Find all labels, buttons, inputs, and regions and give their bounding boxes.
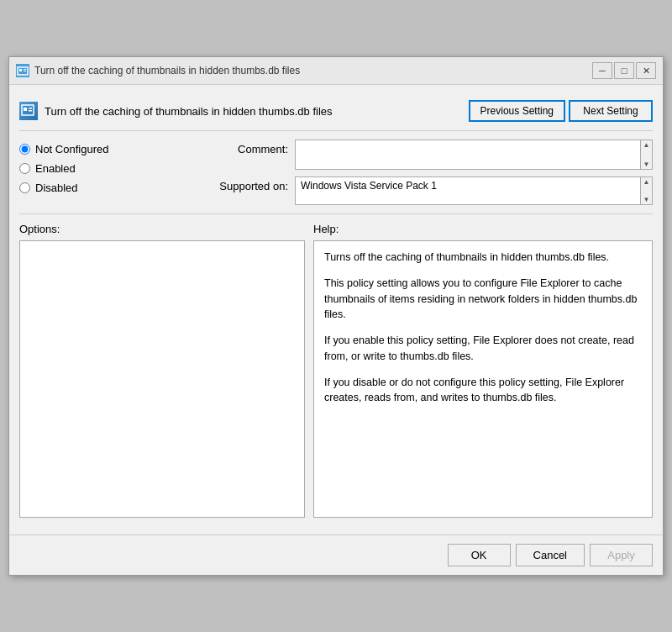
previous-setting-button[interactable]: Previous Setting: [469, 100, 565, 122]
policy-icon: [19, 102, 38, 120]
header-left: Turn off the caching of thumbnails in hi…: [19, 102, 333, 120]
supported-scrollbar[interactable]: ▲ ▼: [640, 177, 652, 204]
right-panel: Comment: ▲ ▼ Supported on: Windows Vista…: [213, 140, 653, 205]
help-para4: If you disable or do not configure this …: [324, 375, 642, 407]
maximize-button[interactable]: □: [614, 62, 634, 79]
radio-disabled[interactable]: Disabled: [19, 182, 204, 194]
title-bar-left: Turn off the caching of thumbnails in hi…: [16, 64, 300, 77]
left-panel: Not Configured Enabled Disabled: [19, 140, 204, 205]
svg-rect-1: [19, 69, 22, 71]
radio-not-configured-input[interactable]: [19, 144, 30, 155]
scroll-up-arrow[interactable]: ▲: [643, 141, 650, 149]
title-bar-controls: ─ □ ✕: [592, 62, 656, 79]
comment-scrollbar[interactable]: ▲ ▼: [640, 140, 652, 169]
ok-button[interactable]: OK: [448, 544, 511, 566]
scroll-down-arrow[interactable]: ▼: [643, 161, 650, 168]
bottom-panels: Options: Help: Turns off the caching of …: [19, 223, 653, 518]
title-bar: Turn off the caching of thumbnails in hi…: [9, 57, 663, 85]
close-button[interactable]: ✕: [636, 62, 656, 79]
svg-rect-2: [24, 69, 26, 70]
main-window: Turn off the caching of thumbnails in hi…: [8, 56, 664, 576]
header-row: Turn off the caching of thumbnails in hi…: [19, 93, 653, 131]
policy-title: Turn off the caching of thumbnails in hi…: [45, 105, 333, 118]
comment-label: Comment:: [213, 140, 288, 155]
svg-rect-5: [24, 108, 27, 111]
supported-scroll-down[interactable]: ▼: [643, 196, 650, 203]
radio-enabled-input[interactable]: [19, 163, 30, 174]
svg-rect-7: [29, 110, 32, 112]
main-section: Not Configured Enabled Disabled Comm: [19, 131, 653, 205]
supported-scroll-up[interactable]: ▲: [643, 178, 650, 186]
radio-not-configured-label: Not Configured: [35, 143, 108, 155]
svg-rect-0: [18, 67, 28, 75]
options-label: Options:: [19, 223, 305, 235]
help-para3: If you enable this policy setting, File …: [324, 333, 642, 365]
help-para2: This policy setting allows you to config…: [324, 276, 642, 323]
svg-rect-6: [29, 108, 32, 109]
options-box: [19, 240, 305, 518]
dialog-content: Turn off the caching of thumbnails in hi…: [9, 85, 663, 526]
radio-not-configured[interactable]: Not Configured: [19, 143, 204, 155]
radio-group: Not Configured Enabled Disabled: [19, 140, 204, 198]
comment-wrapper: ▲ ▼: [295, 140, 653, 170]
help-para1: Turns off the caching of thumbnails in h…: [324, 250, 642, 266]
help-label: Help:: [313, 223, 653, 235]
window-title: Turn off the caching of thumbnails in hi…: [34, 65, 300, 76]
minimize-button[interactable]: ─: [592, 62, 612, 79]
radio-enabled-label: Enabled: [35, 162, 76, 175]
help-panel: Help: Turns off the caching of thumbnail…: [313, 223, 653, 518]
radio-disabled-label: Disabled: [35, 182, 78, 194]
comment-row: Comment: ▲ ▼: [213, 140, 653, 170]
options-panel: Options:: [19, 223, 305, 518]
window-icon: [16, 64, 29, 77]
supported-wrapper: Windows Vista Service Pack 1 ▲ ▼: [295, 176, 653, 205]
section-divider: [19, 213, 653, 214]
cancel-button[interactable]: Cancel: [516, 544, 585, 566]
footer: OK Cancel Apply: [9, 535, 663, 575]
svg-rect-3: [24, 71, 26, 71]
comment-textarea[interactable]: [296, 140, 640, 169]
apply-button[interactable]: Apply: [590, 544, 653, 566]
nav-buttons: Previous Setting Next Setting: [469, 100, 653, 122]
radio-disabled-input[interactable]: [19, 182, 30, 193]
next-setting-button[interactable]: Next Setting: [569, 100, 653, 122]
supported-label: Supported on:: [213, 176, 288, 192]
supported-row: Supported on: Windows Vista Service Pack…: [213, 176, 653, 205]
help-box: Turns off the caching of thumbnails in h…: [313, 240, 653, 518]
supported-value: Windows Vista Service Pack 1: [296, 177, 640, 204]
radio-enabled[interactable]: Enabled: [19, 162, 204, 175]
